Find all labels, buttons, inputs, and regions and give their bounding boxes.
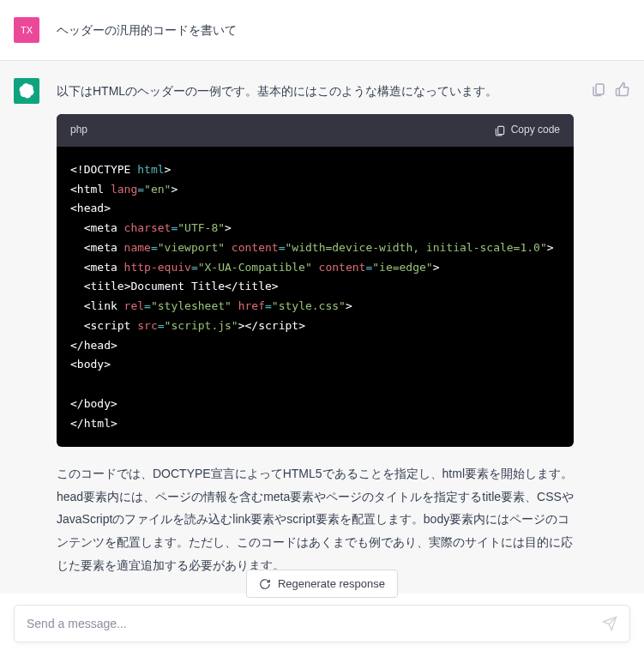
user-message-text: ヘッダーの汎用的コードを書いて [57, 17, 630, 43]
user-message-row: TX ヘッダーの汎用的コードを書いて [0, 0, 644, 61]
regenerate-wrapper: Regenerate response [0, 570, 644, 598]
user-avatar: TX [14, 17, 39, 43]
code-body: <!DOCTYPE html> <html lang="en"> <head> … [57, 147, 574, 448]
assistant-explanation-text: このコードでは、DOCTYPE宣言によってHTML5であることを指定し、html… [57, 462, 574, 576]
send-icon[interactable] [602, 616, 617, 631]
regenerate-button[interactable]: Regenerate response [246, 570, 398, 598]
assistant-message-content: 以下はHTMLのヘッダーの一例です。基本的にはこのような構造になっています。 p… [57, 78, 574, 576]
svg-rect-1 [596, 84, 604, 94]
input-wrapper [14, 605, 630, 642]
message-actions [591, 78, 630, 576]
message-input-box[interactable] [14, 605, 630, 642]
copy-icon[interactable] [591, 81, 606, 97]
svg-rect-0 [497, 126, 503, 134]
assistant-avatar [14, 78, 39, 104]
assistant-intro-text: 以下はHTMLのヘッダーの一例です。基本的にはこのような構造になっています。 [57, 81, 574, 102]
message-input[interactable] [27, 617, 602, 630]
regenerate-label: Regenerate response [278, 577, 385, 590]
clipboard-icon [494, 124, 506, 136]
code-language-label: php [70, 121, 87, 140]
copy-code-button[interactable]: Copy code [494, 121, 560, 140]
code-block: php Copy code <!DOCTYPE html> <html lang… [57, 114, 574, 447]
copy-code-label: Copy code [511, 121, 560, 140]
assistant-message-row: 以下はHTMLのヘッダーの一例です。基本的にはこのような構造になっています。 p… [0, 61, 644, 594]
code-header: php Copy code [57, 114, 574, 147]
chat-container: TX ヘッダーの汎用的コードを書いて 以下はHTMLのヘッダーの一例です。基本的… [0, 0, 644, 594]
thumbs-up-icon[interactable] [615, 81, 630, 97]
refresh-icon [259, 578, 271, 590]
